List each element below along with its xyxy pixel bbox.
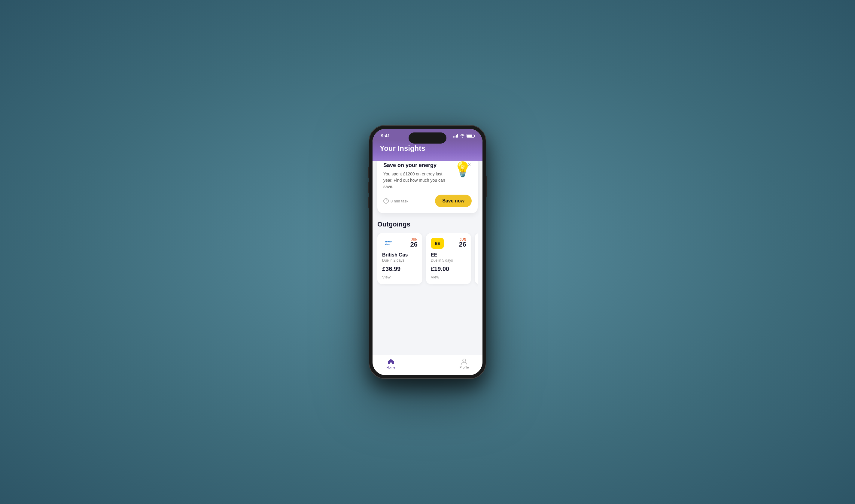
ee-logo: EE [431,238,444,249]
ee-date: JUN 26 [459,238,466,248]
outgoing-card-ee[interactable]: EE JUN 26 EE Due in 5 days £19.00 [426,233,471,284]
ee-due: Due in 5 days [431,258,466,263]
phone-wrapper: 9:41 [369,125,486,379]
nav-home-label: Home [386,365,395,369]
british-gas-day: 26 [410,241,417,248]
british-gas-date: JUN 26 [410,238,417,248]
svg-point-0 [463,359,466,362]
nav-item-profile[interactable]: Profile [446,358,482,369]
british-gas-due: Due in 2 days [382,258,417,263]
british-gas-company-name: British Gas [382,252,417,258]
main-content: × Save on your energy You spent £1200 on… [373,161,482,355]
close-button[interactable]: × [466,161,473,168]
header: Your Insights [373,141,482,161]
nav-profile-label: Profile [459,365,469,369]
save-now-button[interactable]: Save now [435,195,472,207]
insight-card: × Save on your energy You spent £1200 on… [377,161,478,213]
outgoings-list: BritishGas JUN 26 British Gas Due in 2 d… [377,233,478,287]
wifi-icon [460,134,465,138]
task-time-label: 8 min task [391,199,408,203]
card-header-ee: EE JUN 26 [431,238,466,249]
status-icons [453,134,474,138]
outgoings-section: Outgoings BritishGas [373,213,482,355]
british-gas-amount: £36.99 [382,266,417,272]
insight-text-area: Save on your energy You spent £1200 on e… [383,162,453,190]
ee-view-link[interactable]: View [431,275,466,279]
battery-icon [466,134,474,138]
british-gas-view-link[interactable]: View [382,275,417,279]
british-gas-logo: BritishGas [382,238,395,249]
nav-item-home[interactable]: Home [373,358,409,369]
profile-icon [461,358,467,365]
signal-icon [453,134,459,138]
phone-screen: 9:41 [373,129,482,375]
status-time: 9:41 [381,133,390,138]
outgoings-title: Outgoings [377,220,478,228]
home-icon [387,358,394,365]
insight-title: Save on your energy [383,162,450,168]
ee-day: 26 [459,241,466,248]
dynamic-island [409,132,446,144]
outgoing-card-british-gas[interactable]: BritishGas JUN 26 British Gas Due in 2 d… [377,233,422,284]
card-header-british-gas: BritishGas JUN 26 [382,238,417,249]
task-time: 8 min task [383,198,408,204]
ee-company-name: EE [431,252,466,258]
insight-description: You spent £1200 on energy last year. Fin… [383,171,450,190]
page-title: Your Insights [380,144,475,152]
bottom-nav: Home Profile [373,355,482,375]
insight-footer: 8 min task Save now [383,195,472,207]
clock-icon [383,198,389,204]
ee-amount: £19.00 [431,266,466,272]
outgoing-card-netflix[interactable]: N JUN 26 Netflix Due in a... £8.99 View [475,233,478,284]
phone-shell: 9:41 [369,125,486,379]
insight-card-body: Save on your energy You spent £1200 on e… [383,162,472,190]
